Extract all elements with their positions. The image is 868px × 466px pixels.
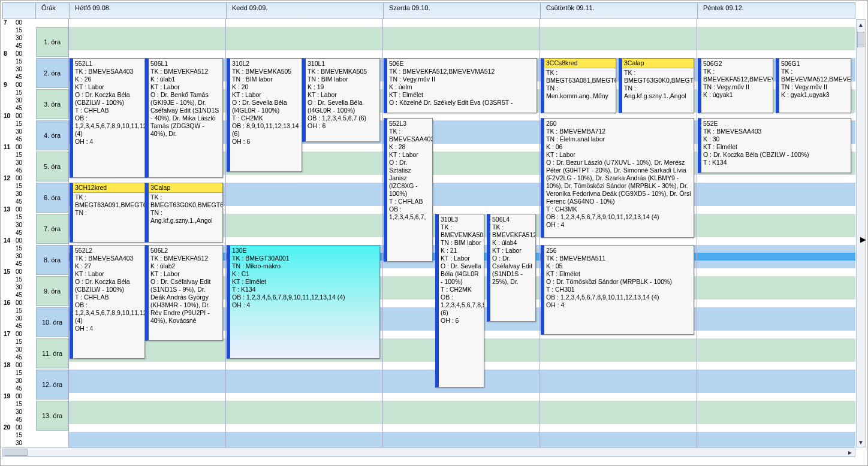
scroll-right-arrow[interactable]: ►	[845, 448, 855, 456]
quarter-label: 00	[16, 81, 22, 88]
event-block[interactable]: 506G1TK : BMEVEVMA512,BMEVEKFA512 TN : V…	[776, 58, 851, 113]
event-block[interactable]: 3CalapTK : BMEGT63G0K0,BMEGT634041 TN : …	[145, 183, 223, 243]
event-block[interactable]: 310L3TK : BMEVEMKA505 TN : BIM labor K :…	[435, 214, 484, 388]
grid-row	[68, 35, 855, 43]
period-cell[interactable]: 4. óra	[36, 120, 68, 150]
event-body: TK : BMEGT63G0K0,BMEGT634041 TN : Ang.kf…	[624, 69, 694, 99]
event-body: TK : BMEVEMBA712 TN : Élelm.anal labor K…	[546, 128, 691, 228]
calendar-grid[interactable]: 7001530458001530459001530451000153045110…	[2, 19, 855, 447]
hour-label: 13	[4, 206, 10, 213]
quarter-label: 30	[16, 346, 22, 353]
quarter-label: 45	[16, 198, 22, 205]
quarter-label: 00	[16, 144, 22, 150]
period-cell[interactable]: 2. óra	[36, 58, 68, 88]
hour-block: 1100153045	[2, 144, 36, 175]
quarter-label: 00	[16, 268, 22, 275]
grid-row	[68, 424, 855, 432]
event-block[interactable]: 552L3TK : BMEVESAA403 K : 28 KT : Labor …	[384, 118, 433, 262]
event-body: TK : BMEVEKFA512,BMEVEVMA512 TN : Vegy.m…	[389, 68, 513, 106]
quarter-label: 15	[16, 401, 22, 407]
event-body: TK : BMEVEMKA505 TN : BIM labor K : 20 K…	[232, 68, 299, 145]
quarter-label: 45	[16, 43, 22, 49]
hour-label: 20	[4, 424, 10, 431]
period-cell[interactable]: 13. óra	[36, 401, 68, 431]
event-block[interactable]: 3CalapTK : BMEGT63G0K0,BMEGT634041 TN : …	[619, 58, 694, 113]
hour-label: 17	[4, 331, 10, 337]
period-cell[interactable]: 10. óra	[36, 307, 68, 337]
event-block[interactable]: 3CCs8kredTK : BMEGT63A081,BMEGT63A051 TN…	[541, 58, 616, 113]
event-block[interactable]: 506L1TK : BMEVEKFA512 K : úlab1 KT : Lab…	[145, 58, 223, 178]
quarter-label: 00	[16, 175, 22, 181]
header-day-wed[interactable]: Szerda 09.10.	[385, 1, 434, 17]
period-cell[interactable]: 12. óra	[36, 370, 68, 400]
grid-row	[68, 432, 855, 440]
event-block[interactable]: 552L1TK : BMEVESAA403 K : 26 KT : Labor …	[70, 58, 145, 178]
period-cell[interactable]: 11. óra	[36, 338, 68, 368]
hour-label: 15	[4, 268, 10, 275]
event-block[interactable]: 310L2TK : BMEVEMKA505 TN : BIM labor K :…	[227, 58, 302, 172]
quarter-label: 15	[16, 276, 22, 283]
quarter-label: 45	[16, 136, 22, 143]
header-day-fri[interactable]: Péntek 09.12.	[700, 1, 748, 17]
event-block[interactable]: 552ETK : BMEVESAA403 K : 30 KT : Elmélet…	[698, 118, 851, 173]
horizontal-scroll-thumb[interactable]	[4, 449, 28, 456]
event-block[interactable]: 130ETK : BMEGT30A001 TN : Mikro-makro K …	[227, 245, 380, 359]
event-block[interactable]: 506L2TK : BMEVEKFA512 K : úlab2 KT : Lab…	[145, 245, 223, 341]
event-title: 552L1	[75, 60, 143, 68]
header-day-tue[interactable]: Kedd 09.09.	[228, 1, 271, 17]
event-title: 310L1	[308, 60, 378, 68]
event-block[interactable]: 3CH12kredTK : BMEGT63A091,BMEGT63A081,BM…	[70, 183, 145, 243]
event-title: 3Calap	[622, 59, 694, 68]
event-body: TK : BMEVEKFA512,BMEVEVMA512 TN : Vegy.m…	[703, 68, 773, 98]
period-cell[interactable]: 5. óra	[36, 152, 68, 181]
quarter-label: 00	[16, 299, 22, 306]
hour-label: 19	[4, 393, 10, 400]
quarter-label: 30	[16, 66, 22, 72]
hour-label: 10	[4, 113, 10, 119]
quarter-label: 45	[16, 105, 22, 111]
event-body: TK : BMEVEVMA512,BMEVEKFA512 TN : Vegy.m…	[781, 68, 851, 98]
period-cell[interactable]: 1. óra	[36, 27, 68, 57]
event-title: 310L2	[232, 60, 300, 68]
event-title: 506G1	[781, 60, 849, 68]
grid-row	[68, 19, 855, 27]
event-block[interactable]: 310L1TK : BMEVEMKA505 TN : BIM labor K :…	[302, 58, 380, 142]
quarter-label: 00	[16, 206, 22, 213]
event-body: TK : BMEVEMBA511 K : 05 KT : Elmélet O :…	[546, 255, 672, 308]
event-block[interactable]: 260TK : BMEVEMBA712 TN : Élelm.anal labo…	[541, 118, 694, 238]
scroll-down-arrow[interactable]: ▼	[857, 437, 865, 447]
quarter-label: 45	[16, 323, 22, 329]
event-title: 552E	[703, 120, 849, 128]
period-cell[interactable]: 3. óra	[36, 89, 68, 119]
grid-row	[68, 393, 855, 401]
scroll-up-arrow[interactable]: ▲	[857, 20, 865, 29]
quarter-label: 15	[16, 245, 22, 252]
period-cell[interactable]: 7. óra	[36, 214, 68, 244]
vertical-scroll-thumb[interactable]	[857, 32, 864, 47]
quarter-label: 45	[16, 354, 22, 361]
event-title: 310L3	[441, 216, 482, 223]
quarter-label: 15	[16, 152, 22, 158]
quarter-label: 15	[16, 89, 22, 96]
event-block[interactable]: 256TK : BMEVEMBA511 K : 05 KT : Elmélet …	[541, 245, 694, 335]
event-block[interactable]: 506ETK : BMEVEKFA512,BMEVEVMA512 TN : Ve…	[384, 58, 537, 113]
header-day-mon[interactable]: Hétfő 09.08.	[71, 1, 114, 17]
header-day-thu[interactable]: Csütörtök 09.11.	[542, 1, 598, 17]
period-column: 1. óra2. óra3. óra4. óra5. óra6. óra7. ó…	[36, 19, 68, 447]
period-cell[interactable]: 6. óra	[36, 183, 68, 213]
event-block[interactable]: 552L2TK : BMEVESAA403 K : 27 KT : Labor …	[70, 245, 145, 359]
day-separator	[697, 19, 697, 447]
event-title: 3Calap	[149, 183, 222, 193]
horizontal-scrollbar[interactable]: ◄ ►	[2, 447, 855, 457]
hour-label: 16	[4, 299, 10, 306]
event-block[interactable]: 506G2TK : BMEVEKFA512,BMEVEVMA512 TN : V…	[698, 58, 773, 113]
side-expand-icon[interactable]: ▶	[860, 234, 867, 244]
hour-block: 1700153045	[2, 331, 36, 362]
quarter-label: 00	[16, 50, 22, 57]
period-cell[interactable]: 8. óra	[36, 245, 68, 275]
quarter-label: 45	[16, 261, 22, 267]
vertical-scrollbar[interactable]: ▲ ▼	[856, 19, 866, 447]
period-cell[interactable]: 9. óra	[36, 276, 68, 306]
grid-row	[68, 440, 855, 447]
event-block[interactable]: 506L4TK : BMEVEKFA512 K : úlab4 KT : Lab…	[487, 214, 536, 322]
